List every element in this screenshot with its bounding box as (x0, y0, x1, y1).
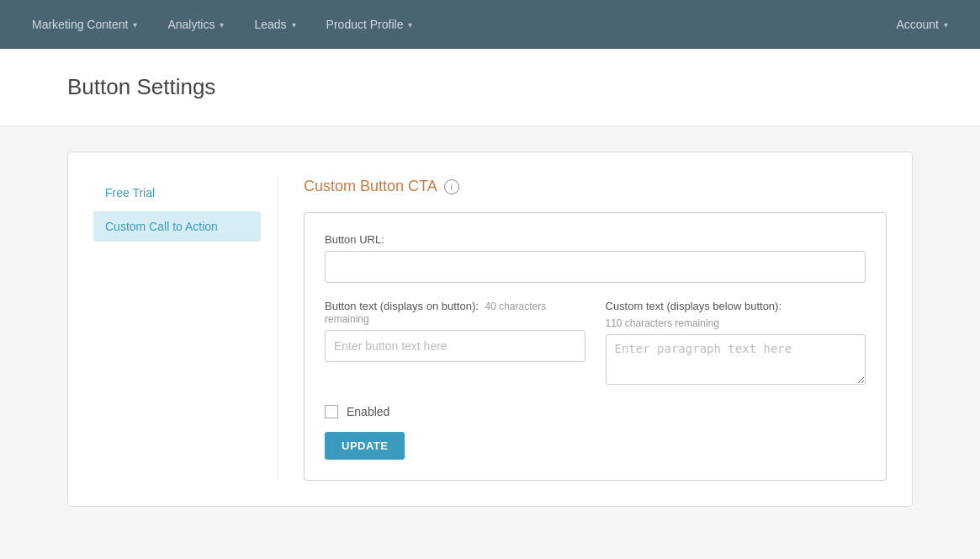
enabled-label: Enabled (347, 405, 389, 418)
sidebar-item-custom-cta-label: Custom Call to Action (105, 220, 218, 233)
sidebar-item-free-trial[interactable]: Free Trial (93, 178, 261, 208)
button-text-input[interactable] (325, 330, 585, 362)
nav-product-profile[interactable]: Product Profile ▾ (311, 0, 428, 49)
custom-text-label-row: Custom text (displays below button): (606, 300, 866, 312)
enabled-row: Enabled (325, 405, 866, 418)
page-title: Button Settings (67, 74, 913, 100)
two-col-row: Button text (displays on button): 40 cha… (325, 300, 866, 388)
enabled-checkbox[interactable] (325, 405, 338, 418)
form-title-text: Custom Button CTA (304, 178, 437, 195)
form-title-row: Custom Button CTA i (304, 178, 887, 195)
nav-account-chevron-icon: ▾ (944, 20, 948, 29)
settings-sidebar: Free Trial Custom Call to Action (93, 178, 278, 481)
form-area: Custom Button CTA i Button URL: Button t… (278, 178, 887, 481)
nav-leads[interactable]: Leads ▾ (239, 0, 310, 49)
custom-text-hint: 110 characters remaining (606, 317, 866, 329)
form-box: Button URL: Button text (displays on but… (304, 212, 887, 481)
nav-leads-chevron-icon: ▾ (292, 20, 296, 29)
button-text-label: Button text (displays on button): (325, 300, 479, 312)
nav-analytics-label: Analytics (167, 18, 215, 31)
nav-analytics[interactable]: Analytics ▾ (152, 0, 239, 49)
button-url-field: Button URL: (325, 233, 866, 283)
navbar: Marketing Content ▾ Analytics ▾ Leads ▾ … (0, 0, 980, 49)
button-text-col: Button text (displays on button): 40 cha… (325, 300, 585, 388)
sidebar-item-free-trial-label: Free Trial (105, 186, 155, 200)
nav-product-profile-label: Product Profile (326, 18, 404, 31)
button-text-label-row: Button text (displays on button): 40 cha… (325, 300, 585, 325)
info-icon[interactable]: i (444, 179, 459, 194)
nav-items: Marketing Content ▾ Analytics ▾ Leads ▾ … (17, 0, 881, 49)
nav-leads-label: Leads (254, 18, 286, 31)
main-content: Free Trial Custom Call to Action Custom … (0, 126, 980, 559)
custom-text-col: Custom text (displays below button): 110… (606, 300, 866, 388)
custom-text-input[interactable] (606, 334, 866, 385)
button-url-label: Button URL: (325, 233, 866, 246)
button-url-input[interactable] (325, 251, 866, 283)
nav-product-profile-chevron-icon: ▾ (408, 20, 412, 29)
sidebar-item-custom-cta[interactable]: Custom Call to Action (93, 211, 261, 242)
nav-marketing-content-chevron-icon: ▾ (133, 20, 137, 29)
custom-text-label: Custom text (displays below button): (606, 300, 782, 312)
nav-account-label: Account (896, 18, 939, 31)
settings-card: Free Trial Custom Call to Action Custom … (67, 152, 913, 507)
nav-analytics-chevron-icon: ▾ (220, 20, 224, 29)
page-title-section: Button Settings (0, 49, 980, 126)
nav-marketing-content[interactable]: Marketing Content ▾ (17, 0, 152, 49)
nav-account[interactable]: Account ▾ (881, 0, 963, 49)
update-button[interactable]: UPDATE (325, 432, 405, 460)
nav-marketing-content-label: Marketing Content (32, 18, 128, 31)
